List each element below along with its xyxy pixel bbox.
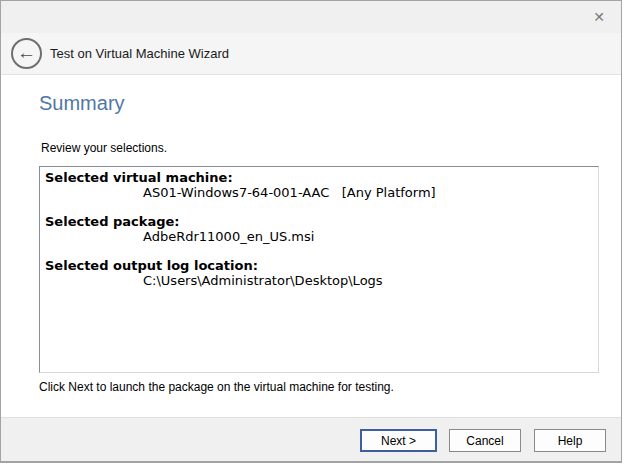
cancel-button[interactable]: Cancel <box>449 429 521 452</box>
wizard-dialog: ✕ ← Test on Virtual Machine Wizard Summa… <box>0 0 622 463</box>
title-bar: ✕ <box>1 1 621 33</box>
entry-label: Selected package: <box>45 214 593 229</box>
entry-label: Selected output log location: <box>45 258 593 273</box>
page-title: Summary <box>39 92 125 115</box>
help-button[interactable]: Help <box>534 429 606 452</box>
summary-entry-virtual-machine: Selected virtual machine: AS01-Windows7-… <box>45 170 593 200</box>
entry-value: C:\Users\Administrator\Desktop\Logs <box>45 273 593 288</box>
entry-value: AdbeRdr11000_en_US.msi <box>45 229 593 244</box>
summary-entry-package: Selected package: AdbeRdr11000_en_US.msi <box>45 214 593 244</box>
wizard-header: ← Test on Virtual Machine Wizard <box>1 33 621 75</box>
wizard-title: Test on Virtual Machine Wizard <box>50 46 229 61</box>
next-button[interactable]: Next > <box>360 429 437 452</box>
footer-bar: Next > Cancel Help <box>1 417 621 461</box>
footnote-text: Click Next to launch the package on the … <box>39 380 394 394</box>
entry-label: Selected virtual machine: <box>45 170 593 185</box>
close-icon: ✕ <box>593 9 605 25</box>
back-button[interactable]: ← <box>11 38 42 69</box>
intro-text: Review your selections. <box>41 141 167 155</box>
summary-entry-output-log: Selected output log location: C:\Users\A… <box>45 258 593 288</box>
summary-box: Selected virtual machine: AS01-Windows7-… <box>39 166 599 373</box>
close-button[interactable]: ✕ <box>587 5 611 29</box>
entry-value: AS01-Windows7-64-001-AAC [Any Platform] <box>45 185 593 200</box>
back-arrow-icon: ← <box>17 43 36 62</box>
